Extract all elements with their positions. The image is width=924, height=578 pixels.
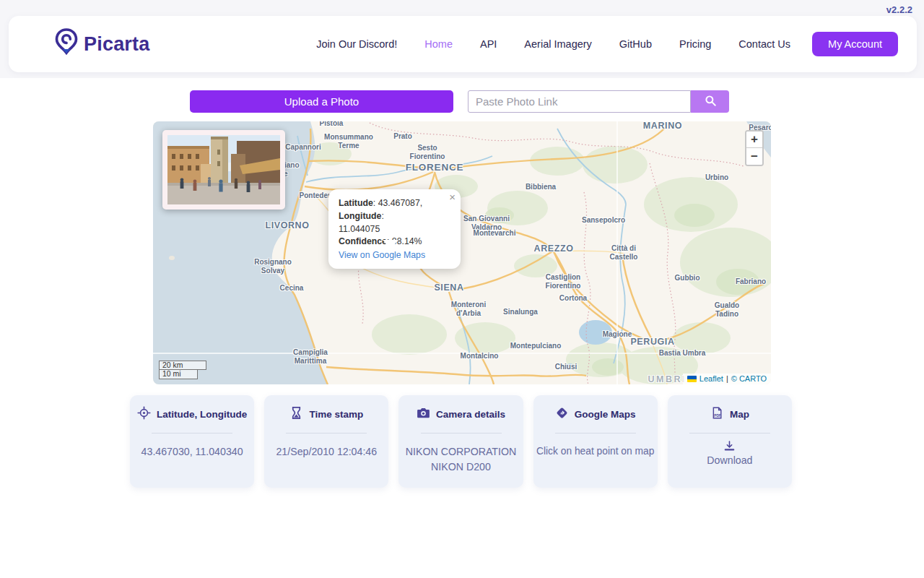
photo-link-group: [468, 90, 729, 113]
version-label: v2.2.2: [886, 4, 912, 15]
view-on-google-maps-link[interactable]: View on Google Maps: [339, 249, 425, 262]
google-maps-icon: [555, 406, 569, 422]
scale-mi: 10 mi: [159, 370, 198, 379]
card-lat-lon: Latitude, Longitude 43.467030, 11.040340: [130, 395, 254, 488]
my-account-button[interactable]: My Account: [812, 32, 898, 56]
crosshair-icon: [137, 406, 151, 422]
photo-link-input[interactable]: [468, 90, 691, 113]
ukraine-flag-icon: [687, 376, 697, 382]
attribution-separator: |: [726, 374, 728, 383]
map-popup: × Latitude: 43.467087, Longitude: 11.044…: [328, 189, 461, 269]
download-icon: [668, 440, 792, 452]
map-attribution: Leaflet | © CARTO: [683, 374, 771, 384]
main-nav: Join Our Discord! Home API Aerial Imager…: [316, 38, 790, 50]
card-timestamp: Time stamp 21/Sep/2010 12:04:46: [264, 395, 388, 488]
zoom-control: + −: [745, 130, 764, 166]
card-title-text: Time stamp: [309, 409, 363, 420]
card-title-text: Latitude, Longitude: [157, 409, 247, 420]
card-divider: [286, 433, 367, 434]
card-divider: [689, 433, 770, 434]
card-divider: [421, 433, 502, 434]
zoom-in-button[interactable]: +: [746, 131, 762, 148]
card-divider: [555, 433, 636, 434]
popup-coordinates-line1: Latitude: 43.467087, Longitude:: [339, 197, 450, 223]
upload-photo-button[interactable]: Upload a Photo: [190, 90, 453, 113]
logo-text: Picarta: [84, 33, 149, 56]
download-label: Download: [707, 454, 752, 466]
card-title-text: Google Maps: [575, 409, 636, 420]
card-camera: Camera details NIKON CORPORATION NIKON D…: [398, 395, 523, 488]
leaflet-link[interactable]: Leaflet: [699, 374, 723, 383]
card-map-pdf-title-row: PDF Map: [668, 406, 792, 422]
pdf-file-icon: PDF: [710, 406, 724, 422]
logo-pin-icon: [53, 27, 79, 61]
nav-item-api[interactable]: API: [480, 38, 497, 50]
camera-icon: [417, 406, 430, 422]
nav-item-github[interactable]: GitHub: [619, 38, 652, 50]
card-timestamp-title-row: Time stamp: [264, 406, 388, 422]
search-icon: [704, 94, 717, 109]
search-button[interactable]: [691, 90, 729, 113]
card-google-maps-title-row: Google Maps: [533, 406, 658, 422]
nav-item-home[interactable]: Home: [424, 38, 453, 50]
result-map[interactable]: PistoiaMonsummano TermePratoSesto Fioren…: [153, 121, 771, 384]
nav-item-contact[interactable]: Contact Us: [738, 38, 790, 50]
download-map-link[interactable]: Download: [668, 440, 792, 466]
popup-close-icon[interactable]: ×: [449, 191, 456, 202]
header: Picarta Join Our Discord! Home API Aeria…: [9, 16, 917, 72]
card-map-pdf: PDF Map Download: [668, 395, 792, 488]
svg-text:PDF: PDF: [714, 414, 721, 418]
card-camera-title-row: Camera details: [398, 406, 523, 422]
card-google-maps: Google Maps Click on heat point on map: [533, 395, 658, 488]
card-divider: [152, 433, 232, 434]
map-scale: 20 km 10 mi: [159, 361, 206, 379]
google-maps-hint: Click on heat point on map: [533, 444, 658, 459]
lat-lon-value: 43.467030, 11.040340: [130, 444, 254, 460]
card-lat-lon-title-row: Latitude, Longitude: [130, 406, 254, 422]
popup-pointer: [383, 240, 398, 249]
card-title-text: Map: [730, 409, 749, 420]
result-cards: Latitude, Longitude 43.467030, 11.040340…: [130, 395, 792, 488]
logo[interactable]: Picarta: [53, 27, 149, 61]
camera-value: NIKON CORPORATION NIKON D200: [398, 444, 523, 474]
nav-item-pricing[interactable]: Pricing: [679, 38, 711, 50]
carto-link[interactable]: © CARTO: [731, 374, 767, 383]
timestamp-value: 21/Sep/2010 12:04:46: [264, 444, 388, 460]
hourglass-icon: [289, 406, 303, 422]
picarta-page: v2.2.2 Picarta Join Our Discord! Home AP…: [0, 0, 924, 578]
zoom-out-button[interactable]: −: [746, 148, 762, 165]
popup-coordinates-line2: 11.044075: [339, 223, 450, 236]
nav-item-discord[interactable]: Join Our Discord!: [316, 38, 397, 50]
card-title-text: Camera details: [436, 409, 505, 420]
photo-thumbnail: [162, 130, 285, 210]
nav-item-aerial-imagery[interactable]: Aerial Imagery: [524, 38, 591, 50]
